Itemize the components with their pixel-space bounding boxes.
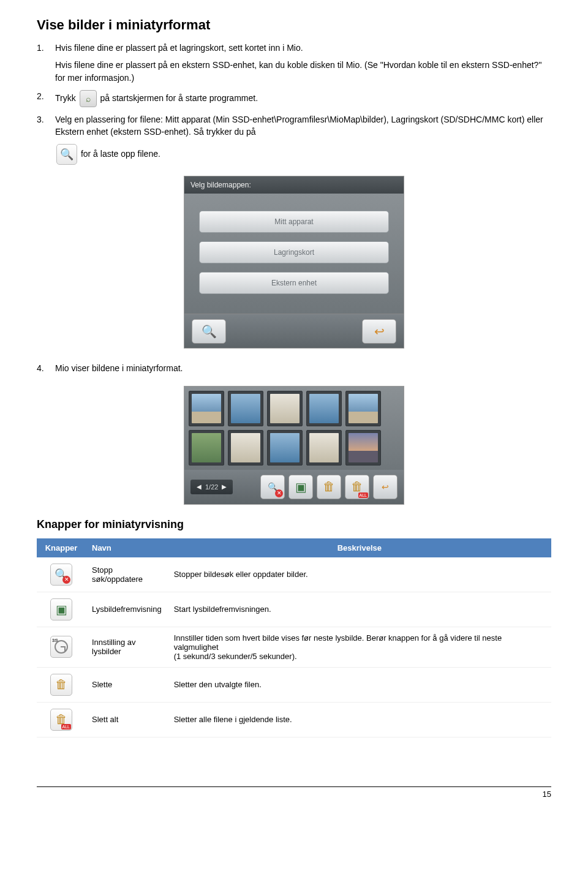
all-badge: ALL	[358, 492, 368, 498]
section-title: Knapper for miniatyrvisning	[37, 518, 551, 531]
page-number: 15	[37, 786, 551, 799]
thumbnail[interactable]	[345, 391, 381, 426]
storage-card-button[interactable]: Lagringskort	[199, 241, 389, 263]
button-name: Stopp søk/oppdatere	[86, 557, 168, 592]
back-arrow-icon: ↩	[374, 324, 385, 339]
step-text: på startskjermen for å starte programmet…	[100, 93, 258, 103]
step-number: 3.	[37, 113, 55, 138]
button-desc: Sletter den utvalgte filen.	[168, 667, 551, 702]
thumbnail[interactable]	[306, 430, 342, 466]
delete-button[interactable]: 🗑	[317, 475, 341, 499]
stop-refresh-icon: 🔍✕	[50, 564, 72, 586]
table-row: ▣ Lysbildefremvisning Start lysbildefrem…	[37, 592, 551, 627]
slideshow-icon: ▣	[295, 480, 307, 494]
page-title: Vise bilder i miniatyrformat	[37, 17, 551, 33]
trash-icon: 🗑	[323, 480, 335, 494]
button-name: Slett alt	[86, 702, 168, 737]
thumbnail-view-screenshot: ◀ 1/22 ▶ 🔍✕ ▣ 🗑 🗑ALL ↩	[184, 386, 404, 505]
step-text: Trykk	[55, 93, 76, 103]
page-count: 1/22	[205, 483, 218, 491]
button-name: Innstilling av lysbilder	[86, 627, 168, 667]
button-desc: Stopper bildesøk eller oppdater bilder.	[168, 557, 551, 592]
magnify-icon: 🔍	[202, 324, 217, 339]
button-name: Lysbildefremvisning	[86, 592, 168, 627]
device-header: Velg bildemappen:	[184, 176, 404, 194]
button-desc: Start lysbildefremvisningen.	[168, 592, 551, 627]
trash-icon: 🗑	[351, 480, 363, 494]
table-header: Navn	[86, 538, 168, 557]
step-number: 4.	[37, 362, 55, 374]
search-button[interactable]: 🔍	[192, 319, 226, 344]
step-number: 1.	[37, 42, 55, 84]
button-name: Slette	[86, 667, 168, 702]
button-desc: Sletter alle filene i gjeldende liste.	[168, 702, 551, 737]
slideshow-button[interactable]: ▣	[288, 475, 313, 499]
stop-refresh-button[interactable]: 🔍✕	[260, 475, 285, 499]
table-row: 3S Innstilling av lysbilder Innstiller t…	[37, 627, 551, 667]
magnify-icon: 🔍	[56, 144, 77, 165]
step-text: Mio viser bildene i miniatyrformat.	[55, 362, 551, 374]
trash-icon: 🗑	[50, 674, 72, 696]
step-text: Velg en plassering for filene: Mitt appa…	[55, 115, 543, 137]
slideshow-icon: ▣	[50, 598, 72, 620]
thumbnail[interactable]	[267, 391, 303, 426]
trash-all-icon: 🗑ALL	[50, 709, 72, 731]
cancel-badge-icon: ✕	[275, 489, 283, 497]
start-program-icon: ⌕	[80, 90, 97, 107]
external-device-button[interactable]: Ekstern enhet	[199, 272, 389, 294]
step-number: 2.	[37, 90, 55, 107]
thumbnail[interactable]	[189, 430, 224, 466]
folder-select-screenshot: Velg bildemappen: Mitt apparat Lagringsk…	[184, 176, 404, 349]
back-arrow-icon: ↩	[382, 482, 389, 492]
step-text: for å laste opp filene.	[81, 149, 160, 159]
thumbnail[interactable]	[228, 391, 263, 426]
table-row: 🗑 Slette Sletter den utvalgte filen.	[37, 667, 551, 702]
delete-all-button[interactable]: 🗑ALL	[345, 475, 369, 499]
prev-page-icon: ◀	[197, 483, 202, 490]
thumbnail[interactable]	[345, 430, 381, 466]
table-row: 🔍✕ Stopp søk/oppdatere Stopper bildesøk …	[37, 557, 551, 592]
table-row: 🗑ALL Slett alt Sletter alle filene i gje…	[37, 702, 551, 737]
page-indicator[interactable]: ◀ 1/22 ▶	[190, 480, 233, 494]
table-header: Beskrivelse	[168, 538, 551, 557]
step-text: Hvis filene dine er plassert på en ekste…	[55, 59, 551, 84]
back-button[interactable]: ↩	[373, 475, 398, 499]
next-page-icon: ▶	[222, 483, 227, 490]
thumbnail[interactable]	[228, 430, 263, 466]
thumbnail[interactable]	[189, 391, 224, 426]
timer-icon: 3S	[50, 636, 72, 658]
button-desc: Innstiller tiden som hvert bilde vises f…	[168, 627, 551, 667]
buttons-table: Knapper Navn Beskrivelse 🔍✕ Stopp søk/op…	[37, 538, 551, 737]
table-header: Knapper	[37, 538, 86, 557]
back-button[interactable]: ↩	[362, 319, 396, 344]
thumbnail[interactable]	[267, 430, 303, 466]
my-device-button[interactable]: Mitt apparat	[199, 211, 389, 233]
thumbnail[interactable]	[306, 391, 342, 426]
step-text: Hvis filene dine er plassert på et lagri…	[55, 42, 551, 54]
